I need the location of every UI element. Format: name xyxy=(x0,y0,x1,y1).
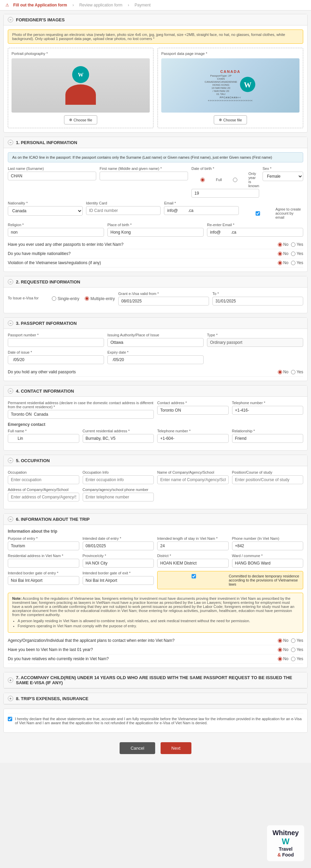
last-name-input[interactable] xyxy=(8,172,96,180)
relationship-input[interactable] xyxy=(232,434,304,443)
grant-from-input[interactable] xyxy=(118,297,209,305)
phone-vn-input[interactable] xyxy=(232,541,304,550)
expiry-date-input[interactable] xyxy=(107,355,204,364)
declaration-row: I hereby declare that the above statemen… xyxy=(8,713,303,728)
identity-card-input[interactable] xyxy=(86,206,161,215)
company-address-input[interactable] xyxy=(8,493,79,501)
emergency-address-label: Current residential address * xyxy=(83,429,154,433)
email-input[interactable] xyxy=(164,206,239,215)
passport-info-title: 3. PASSPORT INFORMATION xyxy=(16,321,77,326)
company-name-input[interactable] xyxy=(157,475,229,484)
trip-q1-no-radio[interactable] xyxy=(278,638,282,643)
telephone-input[interactable] xyxy=(232,406,304,415)
place-of-birth-input[interactable] xyxy=(107,228,204,237)
q1-yes-radio[interactable] xyxy=(291,242,295,247)
collapse-trip-icon[interactable]: – xyxy=(8,516,13,522)
cancel-button[interactable]: Cancel xyxy=(120,742,155,754)
ward-input[interactable] xyxy=(232,559,304,568)
q2-no-radio[interactable] xyxy=(278,252,282,256)
collapse-children-icon[interactable]: + xyxy=(8,677,13,683)
province-input[interactable] xyxy=(83,559,154,568)
email-label: Email * xyxy=(164,201,239,205)
collapse-expenses-icon[interactable]: + xyxy=(8,696,13,701)
sex-select[interactable]: Female Male xyxy=(263,172,303,181)
occupation-input[interactable] xyxy=(8,475,79,484)
dob-full-radio[interactable] xyxy=(191,178,214,182)
ward-label: Ward / commune * xyxy=(232,554,304,558)
date-of-issue-input[interactable] xyxy=(8,355,104,364)
company-phone-label: Company/agency/school phone number xyxy=(83,488,154,492)
emergency-phone-group: Telephone number * xyxy=(157,429,229,443)
position-input[interactable] xyxy=(232,475,304,484)
collapse-requested-icon[interactable]: – xyxy=(8,279,13,284)
next-button[interactable]: Next xyxy=(161,742,191,754)
religion-group: Religion * xyxy=(8,223,104,237)
passport-number-input[interactable] xyxy=(8,338,104,347)
requested-info-section: – 2. REQUESTED INFORMATION To Issue e-Vi… xyxy=(3,276,308,313)
personal-info-header: – 1. PERSONAL INFORMATION xyxy=(4,137,307,148)
border-exit-input[interactable] xyxy=(83,576,154,585)
passport-yes-radio[interactable] xyxy=(291,370,295,374)
q3-row: Violation of the Vietnamese laws/regulat… xyxy=(8,258,303,268)
portrait-choose-file-button[interactable]: ⊕ Choose file xyxy=(64,115,97,124)
expiry-date-group: Expiry date * xyxy=(107,350,204,364)
dob-input[interactable] xyxy=(191,189,259,198)
perm-address-input[interactable] xyxy=(8,410,154,419)
trip-q3-no-radio[interactable] xyxy=(278,657,282,661)
emergency-address-input[interactable] xyxy=(83,434,154,443)
collapse-icon[interactable]: – xyxy=(8,17,13,22)
emergency-contact-label: Emergency contact xyxy=(8,422,303,427)
declaration-checkbox[interactable] xyxy=(8,717,12,721)
intended-date-input[interactable] xyxy=(83,541,154,550)
purpose-label: Purpose of entry * xyxy=(8,536,79,540)
residential-vn-input[interactable] xyxy=(8,559,79,568)
collapse-contact-icon[interactable]: – xyxy=(8,388,13,394)
intended-date-group: Intended date of entry * xyxy=(83,536,154,550)
trip-q2-no-radio[interactable] xyxy=(278,648,282,652)
agree-checkbox[interactable] xyxy=(242,211,273,216)
contact-address-input[interactable] xyxy=(157,406,229,415)
trip-q1-text: Agency/Organization/Individual that the … xyxy=(8,638,274,643)
q3-yes-radio[interactable] xyxy=(291,261,295,265)
declaration-section: I hereby declare that the above statemen… xyxy=(3,709,308,733)
q1-no-radio[interactable] xyxy=(278,242,282,247)
collapse-occupation-icon[interactable]: – xyxy=(8,458,13,463)
religion-input[interactable] xyxy=(8,228,104,237)
collapse-passport-icon[interactable]: – xyxy=(8,320,13,326)
q1-row: Have you ever used any other passports t… xyxy=(8,240,303,249)
grant-to-input[interactable] xyxy=(212,297,303,305)
emergency-full-name-label: Full name * xyxy=(8,429,79,433)
trip-q2-yes-radio[interactable] xyxy=(291,648,295,652)
step3-label: Payment xyxy=(134,3,150,7)
committed-checkbox[interactable] xyxy=(161,574,227,578)
company-phone-input[interactable] xyxy=(83,493,154,501)
collapse-personal-icon[interactable]: – xyxy=(8,140,13,145)
re-enter-email-input[interactable] xyxy=(207,228,303,237)
nationality-select[interactable]: Canada xyxy=(8,206,83,216)
q2-yes-radio[interactable] xyxy=(291,252,295,256)
length-stay-input[interactable] xyxy=(157,541,229,550)
issuing-input[interactable] xyxy=(107,338,204,347)
dob-year-radio[interactable] xyxy=(224,178,246,182)
multiple-entry-radio[interactable] xyxy=(85,296,89,301)
emergency-phone-input[interactable] xyxy=(157,434,229,443)
telephone-group: Telephone number * xyxy=(232,401,304,419)
svg-text:W: W xyxy=(78,72,84,78)
identity-card-group: Identity Card xyxy=(86,201,161,219)
company-address-group: Address of Company/Agency/School xyxy=(8,488,79,501)
emergency-full-name-input[interactable] xyxy=(8,434,79,443)
passport-no-radio[interactable] xyxy=(278,370,282,374)
trip-q1-yes-radio[interactable] xyxy=(291,638,295,643)
foreigners-images-title: FOREIGNER'S IMAGES xyxy=(16,17,65,22)
trip-expenses-title: 8. TRIP'S EXPENSES, INSURANCE xyxy=(16,696,88,701)
first-name-input[interactable] xyxy=(100,172,188,180)
q3-no-radio[interactable] xyxy=(278,261,282,265)
agree-label: Agree to create account by email xyxy=(275,207,303,219)
occupation-info-input[interactable] xyxy=(83,475,154,484)
border-entry-input[interactable] xyxy=(8,576,79,585)
passport-choose-file-button[interactable]: ⊕ Choose file xyxy=(214,115,247,124)
single-entry-radio[interactable] xyxy=(52,296,56,301)
district-input[interactable] xyxy=(157,559,229,568)
purpose-input[interactable] xyxy=(8,541,79,550)
trip-q3-yes-radio[interactable] xyxy=(291,657,295,661)
